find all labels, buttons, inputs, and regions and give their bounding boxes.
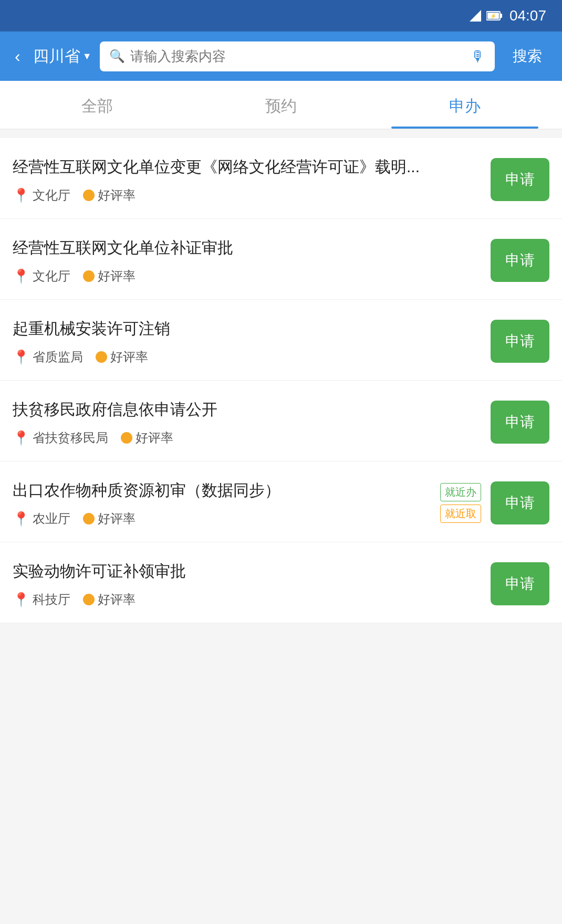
list-item-right: 申请 [491,158,549,201]
list-item-right: 申请 [491,320,549,363]
tab-apply[interactable]: 申办 [373,81,557,129]
pin-icon: 📍 [13,511,29,527]
list-item: 经营性互联网文化单位补证审批 📍 文化厅 好评率 申请 [0,219,562,300]
rating-dot [83,513,95,524]
svg-text:⚡: ⚡ [490,13,497,19]
item-rating: 好评率 [83,187,136,204]
list-item-content: 经营性互联网文化单位变更《网络文化经营许可证》载明... 📍 文化厅 好评率 [13,155,482,204]
rating-dot [83,594,95,605]
search-button[interactable]: 搜索 [503,41,551,71]
list-item-content: 出口农作物种质资源初审（数据同步） 📍 农业厅 好评率 [13,478,432,527]
signal-icon [470,10,481,22]
pin-icon: 📍 [13,430,29,446]
pin-icon: 📍 [13,592,29,608]
item-rating: 好评率 [121,429,173,446]
item-title: 经营性互联网文化单位补证审批 [13,236,482,259]
item-dept: 📍 科技厅 [13,591,70,608]
item-dept: 📍 文化厅 [13,268,70,285]
region-arrow: ▼ [82,51,92,62]
list-container: 经营性互联网文化单位变更《网络文化经营许可证》载明... 📍 文化厅 好评率 申… [0,138,562,623]
status-icons: ⚡ [470,10,502,22]
list-item-content: 经营性互联网文化单位补证审批 📍 文化厅 好评率 [13,236,482,285]
apply-button[interactable]: 申请 [491,401,549,444]
item-title: 扶贫移民政府信息依申请公开 [13,397,482,421]
list-item-content: 实验动物许可证补领审批 📍 科技厅 好评率 [13,559,482,608]
item-meta: 📍 文化厅 好评率 [13,187,482,204]
item-rating: 好评率 [83,268,136,285]
region-label: 四川省 [33,46,80,67]
item-title: 出口农作物种质资源初审（数据同步） [13,478,432,502]
list-item-right: 申请 [491,562,549,605]
list-item-right: 申请 [491,401,549,444]
list-item-content: 起重机械安装许可注销 📍 省质监局 好评率 [13,317,482,365]
item-meta: 📍 农业厅 好评率 [13,510,432,527]
apply-button[interactable]: 申请 [491,481,549,524]
item-dept: 📍 农业厅 [13,510,70,527]
pin-icon: 📍 [13,349,29,365]
list-item: 扶贫移民政府信息依申请公开 📍 省扶贫移民局 好评率 申请 [0,381,562,461]
tab-appointment[interactable]: 预约 [189,81,373,129]
item-meta: 📍 文化厅 好评率 [13,268,482,285]
item-badges: 就近办 就近取 [440,483,481,523]
item-rating: 好评率 [96,349,148,365]
badge-jinjin: 就近取 [440,505,481,523]
svg-marker-1 [470,10,481,22]
apply-button[interactable]: 申请 [491,320,549,363]
rating-dot [96,351,107,363]
rating-dot [83,190,95,201]
rating-dot [83,270,95,282]
list-item-right: 申请 [491,239,549,282]
back-button[interactable]: ‹ [11,45,25,68]
search-box: 🔍 🎙 [100,41,495,71]
pin-icon: 📍 [13,187,29,204]
apply-button[interactable]: 申请 [491,158,549,201]
item-meta: 📍 省质监局 好评率 [13,349,482,365]
list-item: 实验动物许可证补领审批 📍 科技厅 好评率 申请 [0,542,562,623]
svg-rect-3 [500,14,502,18]
list-item-content: 扶贫移民政府信息依申请公开 📍 省扶贫移民局 好评率 [13,397,482,446]
item-title: 起重机械安装许可注销 [13,317,482,340]
apply-button[interactable]: 申请 [491,562,549,605]
pin-icon: 📍 [13,268,29,285]
item-title: 经营性互联网文化单位变更《网络文化经营许可证》载明... [13,155,482,178]
battery-icon: ⚡ [486,10,502,22]
status-bar: ⚡ 04:07 [0,0,562,32]
status-time: 04:07 [509,7,546,24]
list-item: 经营性互联网文化单位变更《网络文化经营许可证》载明... 📍 文化厅 好评率 申… [0,138,562,219]
badge-jinju: 就近办 [440,483,481,501]
item-dept: 📍 省质监局 [13,349,83,365]
top-bar: ‹ 四川省 ▼ 🔍 🎙 搜索 [0,32,562,81]
item-rating: 好评率 [83,510,136,527]
list-item: 起重机械安装许可注销 📍 省质监局 好评率 申请 [0,300,562,381]
item-meta: 📍 省扶贫移民局 好评率 [13,429,482,446]
item-title: 实验动物许可证补领审批 [13,559,482,583]
item-meta: 📍 科技厅 好评率 [13,591,482,608]
mic-icon[interactable]: 🎙 [471,48,485,65]
item-dept: 📍 省扶贫移民局 [13,429,108,446]
region-selector[interactable]: 四川省 ▼ [33,46,92,67]
list-item-right: 就近办 就近取 申请 [440,481,549,524]
tabs-bar: 全部 预约 申办 [0,81,562,130]
item-dept: 📍 文化厅 [13,187,70,204]
tab-all[interactable]: 全部 [5,81,189,129]
item-rating: 好评率 [83,591,136,608]
list-item: 出口农作物种质资源初审（数据同步） 📍 农业厅 好评率 就近办 就近取 申请 [0,461,562,542]
apply-button[interactable]: 申请 [491,239,549,282]
rating-dot [121,432,132,444]
search-icon: 🔍 [109,49,125,64]
search-input[interactable] [130,48,465,65]
